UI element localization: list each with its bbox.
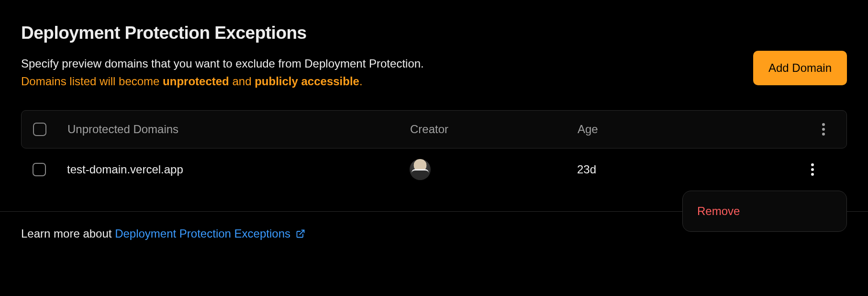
svg-point-5 <box>811 173 814 176</box>
row-domain: test-domain.vercel.app <box>46 163 410 176</box>
domain-table: Unprotected Domains Creator Age test-dom… <box>21 110 847 191</box>
row-context-menu: Remove <box>682 191 847 232</box>
more-vertical-icon <box>822 123 825 136</box>
remove-menu-item[interactable]: Remove <box>683 196 846 227</box>
warn-word-public: publicly accessible <box>255 75 359 88</box>
row-checkbox[interactable] <box>33 163 46 176</box>
svg-point-4 <box>811 168 814 171</box>
svg-point-3 <box>811 163 814 166</box>
footer-link-label: Deployment Protection Exceptions <box>115 227 290 240</box>
page-description: Specify preview domains that you want to… <box>21 55 753 90</box>
table-header-menu-button[interactable] <box>812 118 835 141</box>
footer: Learn more about Deployment Protection E… <box>21 227 305 240</box>
desc-warning: Domains listed will become unprotected a… <box>21 75 363 88</box>
table-header: Unprotected Domains Creator Age <box>21 110 847 148</box>
svg-point-1 <box>822 128 825 131</box>
select-all-checkbox[interactable] <box>33 123 46 136</box>
warn-suffix: . <box>359 75 363 88</box>
warn-prefix: Domains listed will become <box>21 75 163 88</box>
svg-line-6 <box>300 230 304 235</box>
footer-prefix: Learn more about <box>21 227 115 240</box>
add-domain-button[interactable]: Add Domain <box>753 51 847 85</box>
warn-mid: and <box>229 75 255 88</box>
table-row: test-domain.vercel.app 23d <box>21 148 847 191</box>
col-header-creator: Creator <box>410 123 578 136</box>
external-link-icon <box>296 229 305 239</box>
desc-line1: Specify preview domains that you want to… <box>21 57 424 70</box>
page-title: Deployment Protection Exceptions <box>21 23 753 43</box>
col-header-domain: Unprotected Domains <box>46 123 410 136</box>
svg-point-2 <box>822 133 825 136</box>
row-menu-button[interactable] <box>790 148 835 191</box>
avatar <box>410 159 431 180</box>
header-row: Deployment Protection Exceptions Specify… <box>21 23 847 90</box>
warn-word-unprotected: unprotected <box>163 75 229 88</box>
learn-more-link[interactable]: Deployment Protection Exceptions <box>115 227 305 240</box>
svg-point-0 <box>822 123 825 126</box>
row-age: 23d <box>577 163 697 176</box>
more-vertical-icon <box>811 163 814 176</box>
col-header-age: Age <box>578 123 697 136</box>
row-creator <box>410 159 577 180</box>
